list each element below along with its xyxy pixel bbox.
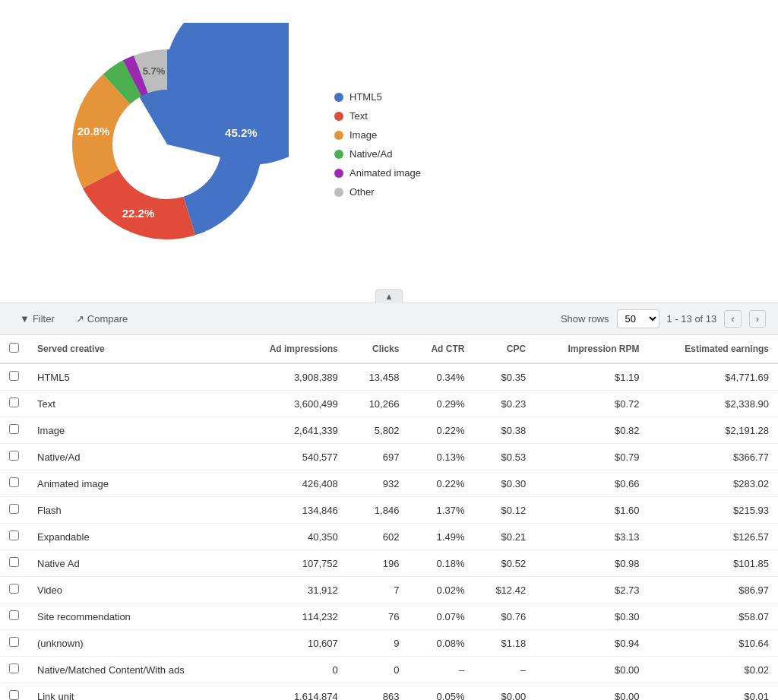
row-clicks: 863 — [347, 683, 409, 701]
donut-chart: 45.2% 22.2% 20.8% 5.7% — [46, 23, 289, 266]
table-header-row: Served creative Ad impressions Clicks Ad… — [0, 335, 778, 363]
row-ctr: 0.18% — [408, 550, 473, 577]
header-clicks: Clicks — [347, 335, 409, 363]
row-creative: (unknown) — [28, 630, 237, 657]
row-rpm: $0.79 — [535, 444, 648, 470]
toolbar-right: Show rows 50 10 25 100 1 - 13 of 13 ‹ › — [561, 309, 766, 328]
row-ctr: 0.22% — [408, 470, 473, 497]
collapse-button[interactable]: ▲ — [375, 289, 403, 303]
header-served-creative: Served creative — [28, 335, 237, 363]
row-rpm: $1.19 — [535, 363, 648, 391]
table-row: Site recommendation 114,232 76 0.07% $0.… — [0, 603, 778, 630]
row-creative: Native/Ad — [28, 444, 237, 470]
row-checkbox[interactable] — [9, 610, 19, 620]
compare-button[interactable]: ↗ Compare — [68, 309, 135, 328]
table-row: Flash 134,846 1,846 1.37% $0.12 $1.60 $2… — [0, 497, 778, 524]
row-rpm: $0.98 — [535, 550, 648, 577]
table-row: Video 31,912 7 0.02% $12.42 $2.73 $86.97 — [0, 577, 778, 603]
row-ctr: 0.29% — [408, 391, 473, 417]
row-clicks: 10,266 — [347, 391, 409, 417]
row-checkbox-cell — [0, 444, 28, 470]
row-checkbox[interactable] — [9, 557, 19, 567]
row-clicks: 76 — [347, 603, 409, 630]
row-ctr: 0.08% — [408, 630, 473, 657]
header-impression-rpm: Impression RPM — [535, 335, 648, 363]
row-cpc: $0.76 — [473, 603, 535, 630]
legend-label-animated-image: Animated image — [349, 167, 421, 179]
row-cpc: $0.38 — [473, 417, 535, 444]
row-impressions: 540,577 — [237, 444, 346, 470]
row-earnings: $4,771.69 — [649, 363, 779, 391]
row-earnings: $215.93 — [649, 497, 779, 524]
table-row: Native Ad 107,752 196 0.18% $0.52 $0.98 … — [0, 550, 778, 577]
table-row: Native/Ad 540,577 697 0.13% $0.53 $0.79 … — [0, 444, 778, 470]
show-rows-select[interactable]: 50 10 25 100 — [617, 309, 659, 328]
toolbar-left: ▼ Filter ↗ Compare — [12, 309, 135, 328]
row-creative: Native Ad — [28, 550, 237, 577]
header-estimated-earnings: Estimated earnings — [649, 335, 779, 363]
legend-item-animated-image: Animated image — [334, 167, 421, 179]
row-ctr: 0.07% — [408, 603, 473, 630]
table-row: Image 2,641,339 5,802 0.22% $0.38 $0.82 … — [0, 417, 778, 444]
legend-item-other: Other — [334, 186, 421, 198]
row-checkbox-cell — [0, 577, 28, 603]
label-html5: 45.2% — [225, 126, 258, 139]
next-page-button[interactable]: › — [749, 310, 766, 328]
row-checkbox-cell — [0, 630, 28, 657]
row-cpc: $0.52 — [473, 550, 535, 577]
row-checkbox[interactable] — [9, 398, 19, 407]
filter-button[interactable]: ▼ Filter — [12, 309, 62, 328]
row-earnings: $101.85 — [649, 550, 779, 577]
row-checkbox[interactable] — [9, 637, 19, 647]
row-ctr: 0.22% — [408, 417, 473, 444]
row-checkbox-cell — [0, 470, 28, 497]
row-impressions: 114,232 — [237, 603, 346, 630]
row-cpc: $0.53 — [473, 444, 535, 470]
legend-label-other: Other — [349, 186, 375, 198]
row-rpm: $0.94 — [535, 630, 648, 657]
header-ad-impressions: Ad impressions — [237, 335, 346, 363]
row-ctr: 1.49% — [408, 524, 473, 550]
row-ctr: 1.37% — [408, 497, 473, 524]
row-checkbox[interactable] — [9, 424, 19, 434]
legend-item-text: Text — [334, 110, 421, 122]
chart-legend: HTML5 Text Image Native/Ad Animated imag… — [334, 91, 421, 198]
row-clicks: 602 — [347, 524, 409, 550]
label-image: 20.8% — [77, 125, 110, 138]
row-clicks: 1,846 — [347, 497, 409, 524]
data-table: Served creative Ad impressions Clicks Ad… — [0, 335, 778, 700]
row-cpc: $0.35 — [473, 363, 535, 391]
pagination-info: 1 - 13 of 13 — [667, 313, 717, 325]
legend-dot-native-ad — [334, 150, 343, 159]
legend-dot-other — [334, 188, 343, 197]
row-checkbox[interactable] — [9, 531, 19, 540]
prev-page-button[interactable]: ‹ — [724, 310, 741, 328]
legend-label-image: Image — [349, 129, 377, 141]
select-all-checkbox[interactable] — [9, 343, 19, 353]
legend-dot-text — [334, 112, 343, 121]
row-impressions: 40,350 — [237, 524, 346, 550]
row-checkbox[interactable] — [9, 451, 19, 461]
row-cpc: $0.30 — [473, 470, 535, 497]
row-ctr: 0.13% — [408, 444, 473, 470]
row-checkbox[interactable] — [9, 584, 19, 594]
row-clicks: 196 — [347, 550, 409, 577]
table-row: Text 3,600,499 10,266 0.29% $0.23 $0.72 … — [0, 391, 778, 417]
row-rpm: $0.30 — [535, 603, 648, 630]
row-checkbox[interactable] — [9, 690, 19, 700]
table-row: Animated image 426,408 932 0.22% $0.30 $… — [0, 470, 778, 497]
row-checkbox[interactable] — [9, 664, 19, 673]
row-rpm: $0.82 — [535, 417, 648, 444]
row-checkbox[interactable] — [9, 477, 19, 487]
row-rpm: $0.66 — [535, 470, 648, 497]
row-rpm: $0.72 — [535, 391, 648, 417]
legend-item-native-ad: Native/Ad — [334, 148, 421, 160]
row-checkbox[interactable] — [9, 371, 19, 381]
row-checkbox[interactable] — [9, 504, 19, 514]
row-rpm: $0.00 — [535, 657, 648, 683]
table-row: Native/Matched Content/With ads 0 0 – – … — [0, 657, 778, 683]
table-row: Link unit 1,614,874 863 0.05% $0.00 $0.0… — [0, 683, 778, 701]
row-earnings: $10.64 — [649, 630, 779, 657]
row-ctr: 0.34% — [408, 363, 473, 391]
table-row: Expandable 40,350 602 1.49% $0.21 $3.13 … — [0, 524, 778, 550]
